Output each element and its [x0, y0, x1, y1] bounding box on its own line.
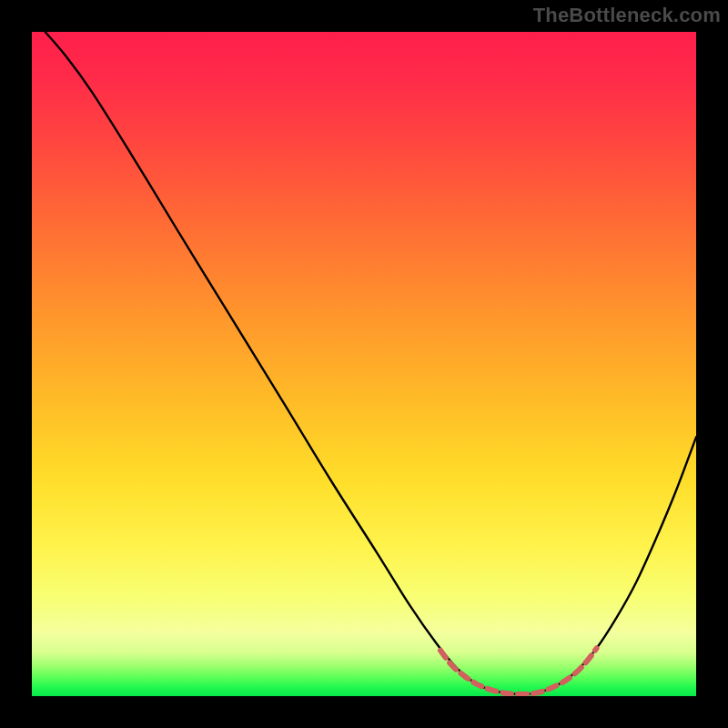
gradient-background: [32, 32, 696, 696]
bottleneck-plot: [0, 0, 728, 728]
watermark-text: TheBottleneck.com: [533, 4, 721, 27]
chart-frame: TheBottleneck.com: [0, 0, 728, 728]
